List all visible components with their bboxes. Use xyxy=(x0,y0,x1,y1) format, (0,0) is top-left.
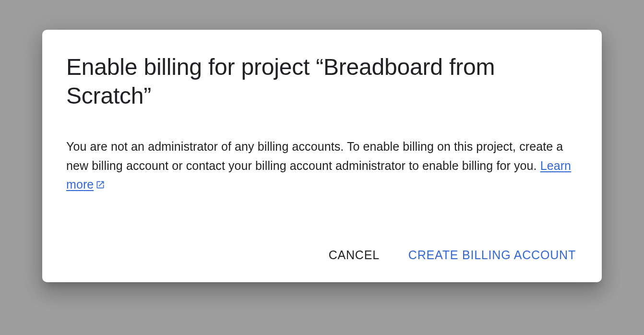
dialog-body: You are not an administrator of any bill… xyxy=(66,137,578,194)
external-link-icon xyxy=(95,176,105,186)
dialog-actions: Cancel Create Billing Account xyxy=(66,246,578,264)
dialog-body-text: You are not an administrator of any bill… xyxy=(66,140,563,172)
cancel-button[interactable]: Cancel xyxy=(329,246,380,264)
create-billing-account-button[interactable]: Create Billing Account xyxy=(408,246,576,264)
billing-dialog: Enable billing for project “Breadboard f… xyxy=(42,30,602,282)
dialog-title: Enable billing for project “Breadboard f… xyxy=(66,53,578,110)
